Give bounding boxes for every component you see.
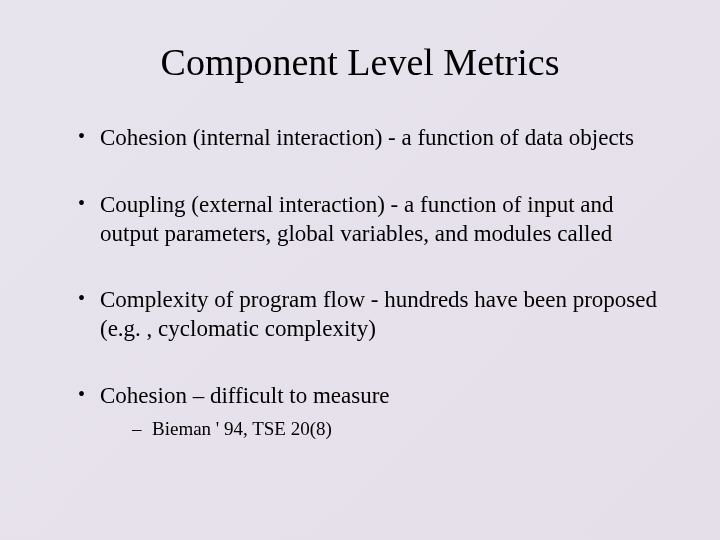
bullet-item: Cohesion (internal interaction) - a func…: [78, 124, 670, 153]
slide-title: Component Level Metrics: [50, 40, 670, 84]
sub-text: Bieman ' 94, TSE 20(8): [152, 418, 332, 439]
bullet-text: Cohesion (internal interaction) - a func…: [100, 125, 634, 150]
bullet-item: Cohesion – difficult to measure Bieman '…: [78, 382, 670, 441]
bullet-text: Coupling (external interaction) - a func…: [100, 192, 614, 246]
bullet-item: Coupling (external interaction) - a func…: [78, 191, 670, 249]
bullet-list: Cohesion (internal interaction) - a func…: [50, 124, 670, 440]
sub-list: Bieman ' 94, TSE 20(8): [100, 417, 670, 441]
bullet-text: Cohesion – difficult to measure: [100, 383, 390, 408]
bullet-text: Complexity of program flow - hundreds ha…: [100, 287, 657, 341]
bullet-item: Complexity of program flow - hundreds ha…: [78, 286, 670, 344]
sub-item: Bieman ' 94, TSE 20(8): [132, 417, 670, 441]
